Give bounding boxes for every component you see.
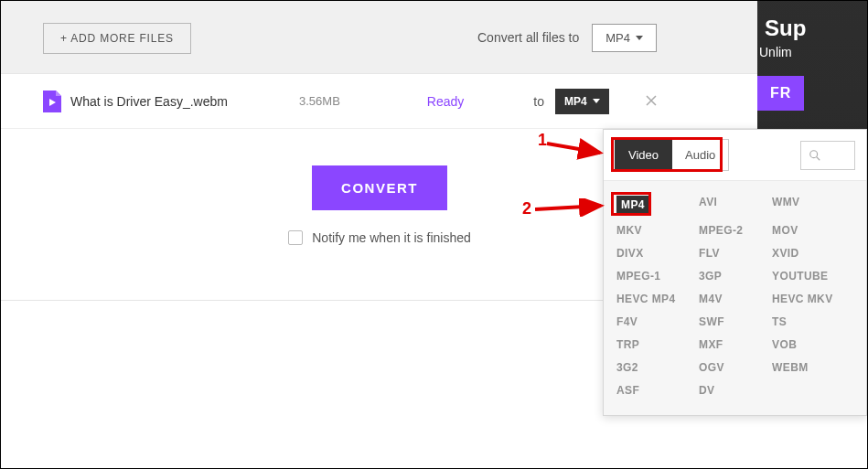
svg-line-2 (547, 144, 600, 153)
format-option-xvid[interactable]: XVID (772, 247, 868, 260)
file-size: 3.56MB (299, 94, 391, 108)
format-dropdown-panel: Video Audio MP4 AVI WMV MKV MPEG-2 MOV D… (603, 129, 867, 416)
format-option-mpeg1[interactable]: MPEG-1 (616, 270, 699, 282)
format-option-swf[interactable]: SWF (699, 315, 772, 328)
format-option-3g2[interactable]: 3G2 (616, 361, 699, 374)
format-option-mkv[interactable]: MKV (616, 224, 699, 237)
format-option-m4v[interactable]: M4V (699, 293, 772, 305)
promo-banner: Sup Unlim FR (757, 1, 867, 147)
chevron-down-icon (636, 36, 643, 40)
promo-title: Sup (765, 16, 867, 41)
format-option-ogv[interactable]: OGV (699, 361, 772, 374)
format-option-webm[interactable]: WEBM (772, 361, 868, 374)
format-option-vob[interactable]: VOB (772, 338, 868, 351)
file-status: Ready (391, 94, 500, 109)
svg-line-3 (535, 206, 601, 209)
search-icon (809, 149, 821, 162)
format-option-mp4[interactable]: MP4 (616, 196, 649, 214)
format-option-3gp[interactable]: 3GP (699, 270, 772, 282)
format-option-wmv[interactable]: WMV (772, 196, 868, 214)
format-option-dv[interactable]: DV (699, 384, 772, 397)
format-option-avi[interactable]: AVI (699, 196, 772, 214)
format-option-hevcmp4[interactable]: HEVC MP4 (616, 293, 699, 305)
convert-button[interactable]: CONVERT (312, 165, 447, 210)
tab-video[interactable]: Video (615, 139, 672, 171)
notify-checkbox[interactable] (288, 230, 303, 245)
convert-all-format-value: MP4 (605, 31, 630, 45)
convert-all-format-dropdown[interactable]: MP4 (592, 24, 657, 52)
format-option-mov[interactable]: MOV (772, 224, 868, 237)
annotation-arrow-1 (547, 138, 611, 164)
file-to-label: to (500, 94, 555, 109)
format-search-input[interactable] (800, 141, 855, 170)
format-option-hevcmkv[interactable]: HEVC MKV (772, 293, 868, 305)
file-format-dropdown[interactable]: MP4 (555, 89, 609, 114)
add-more-files-button[interactable]: + ADD MORE FILES (43, 23, 191, 54)
convert-all-label: Convert all files to (477, 30, 579, 45)
notify-label: Notify me when it is finished (312, 230, 471, 245)
promo-cta-button[interactable]: FR (757, 76, 804, 111)
format-option-mpeg2[interactable]: MPEG-2 (699, 224, 772, 237)
promo-subtitle: Unlim (759, 45, 867, 59)
annotation-number-1: 1 (538, 131, 547, 150)
format-option-flv[interactable]: FLV (699, 247, 772, 260)
file-video-icon (43, 91, 61, 112)
remove-file-button[interactable] (646, 91, 657, 111)
tab-audio[interactable]: Audio (672, 139, 729, 171)
format-option-empty (772, 384, 868, 397)
file-row: What is Driver Easy_.webm 3.56MB Ready t… (1, 74, 758, 129)
svg-line-1 (817, 156, 820, 160)
close-icon (646, 95, 657, 106)
format-option-youtube[interactable]: YOUTUBE (772, 270, 868, 282)
dropdown-tabs: Video Audio (604, 130, 866, 181)
format-option-ts[interactable]: TS (772, 315, 868, 328)
file-name: What is Driver Easy_.webm (70, 94, 299, 109)
format-option-divx[interactable]: DIVX (616, 247, 699, 260)
format-option-mxf[interactable]: MXF (699, 338, 772, 351)
top-bar: + ADD MORE FILES Convert all files to MP… (1, 1, 758, 74)
format-option-asf[interactable]: ASF (616, 384, 699, 397)
format-grid: MP4 AVI WMV MKV MPEG-2 MOV DIVX FLV XVID… (604, 181, 866, 415)
format-option-f4v[interactable]: F4V (616, 315, 699, 328)
annotation-number-2: 2 (522, 199, 531, 219)
annotation-arrow-2 (535, 198, 610, 217)
svg-point-0 (810, 150, 818, 157)
chevron-down-icon (593, 99, 600, 103)
convert-all-area: Convert all files to MP4 (477, 1, 757, 74)
file-format-value: MP4 (564, 95, 587, 108)
format-option-trp[interactable]: TRP (616, 338, 699, 351)
